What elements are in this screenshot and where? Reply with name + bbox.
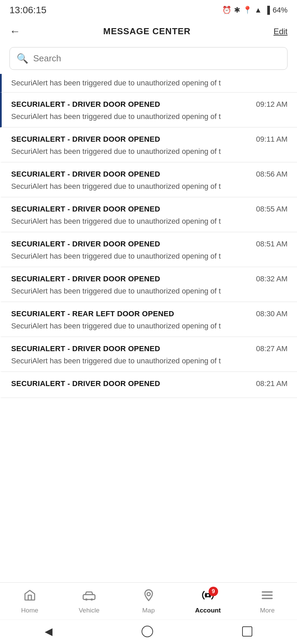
message-item[interactable]: SECURIALERT - DRIVER DOOR OPENED 09:11 A… (0, 127, 297, 162)
nav-label-vehicle: Vehicle (79, 607, 99, 614)
more-icon (261, 589, 274, 605)
alarm-icon: ⏰ (222, 6, 231, 15)
search-box: 🔍 (9, 47, 288, 70)
message-time: 08:21 AM (256, 379, 288, 388)
header: ← MESSAGE CENTER Edit (0, 19, 297, 44)
message-time: 09:12 AM (256, 100, 288, 109)
message-item[interactable]: SECURIALERT - DRIVER DOOR OPENED 08:21 A… (0, 372, 297, 398)
svg-point-1 (86, 599, 87, 600)
message-item[interactable]: SECURIALERT - DRIVER DOOR OPENED 08:27 A… (0, 337, 297, 372)
android-back-button[interactable]: ◀ (45, 625, 52, 637)
message-title: SECURIALERT - DRIVER DOOR OPENED (11, 344, 160, 353)
message-time: 08:56 AM (256, 170, 288, 179)
bluetooth-icon: ✱ (234, 6, 240, 15)
nav-label-more: More (260, 607, 275, 614)
message-item[interactable]: SECURIALERT - DRIVER DOOR OPENED 08:51 A… (0, 232, 297, 267)
location-icon: 📍 (243, 6, 252, 15)
message-body: SecuriAlert has been triggered due to un… (11, 357, 288, 365)
message-body: SecuriAlert has been triggered due to un… (11, 217, 288, 226)
status-time: 13:06:15 (9, 5, 46, 16)
message-title: SECURIALERT - DRIVER DOOR OPENED (11, 240, 160, 248)
message-time: 08:55 AM (256, 205, 288, 214)
nav-item-more[interactable]: More (238, 586, 297, 617)
status-bar: 13:06:15 ⏰ ✱ 📍 ▲ ▐ 64% (0, 0, 297, 19)
message-title: SECURIALERT - DRIVER DOOR OPENED (11, 379, 160, 388)
message-item[interactable]: SECURIALERT - DRIVER DOOR OPENED 08:32 A… (0, 267, 297, 302)
message-time: 08:30 AM (256, 309, 288, 318)
svg-point-2 (91, 599, 92, 600)
nav-label-map: Map (142, 607, 155, 614)
nav-item-vehicle[interactable]: Vehicle (59, 586, 119, 617)
nav-item-home[interactable]: Home (0, 586, 59, 617)
message-title: SECURIALERT - DRIVER DOOR OPENED (11, 275, 160, 283)
android-nav-bar: ◀ (0, 620, 297, 644)
nav-label-account: Account (195, 607, 221, 614)
status-icons: ⏰ ✱ 📍 ▲ ▐ 64% (222, 6, 288, 15)
message-title: SECURIALERT - REAR LEFT DOOR OPENED (11, 309, 174, 318)
edit-button[interactable]: Edit (274, 27, 288, 36)
battery-indicator: 64% (273, 6, 288, 15)
search-icon: 🔍 (17, 53, 28, 64)
map-icon (142, 589, 155, 605)
message-body: SecuriAlert has been triggered due to un… (11, 182, 288, 191)
message-time: 08:32 AM (256, 275, 288, 283)
vehicle-icon (83, 589, 96, 605)
message-title: SECURIALERT - DRIVER DOOR OPENED (11, 205, 160, 214)
svg-point-4 (206, 593, 210, 597)
svg-point-3 (147, 592, 150, 596)
message-body: SecuriAlert has been triggered due to un… (11, 322, 288, 330)
message-item[interactable]: SECURIALERT - DRIVER DOOR OPENED 08:56 A… (0, 162, 297, 197)
message-body: SecuriAlert has been triggered due to un… (11, 287, 288, 296)
nav-item-account[interactable]: 9 Account (178, 586, 237, 617)
message-body: SecuriAlert has been triggered due to un… (11, 112, 288, 121)
partial-top-item[interactable]: SecuriAlert has been triggered due to un… (0, 74, 297, 93)
nav-item-map[interactable]: Map (119, 586, 178, 617)
message-title: SECURIALERT - DRIVER DOOR OPENED (11, 100, 160, 109)
message-item[interactable]: SECURIALERT - DRIVER DOOR OPENED 09:12 A… (0, 93, 297, 127)
message-title: SECURIALERT - DRIVER DOOR OPENED (11, 170, 160, 179)
messages-container: SECURIALERT - DRIVER DOOR OPENED 09:12 A… (0, 93, 297, 398)
search-input[interactable] (33, 53, 280, 64)
message-list: SecuriAlert has been triggered due to un… (0, 74, 297, 582)
account-badge: 9 (209, 587, 218, 596)
message-body: SecuriAlert has been triggered due to un… (11, 147, 288, 156)
message-title: SECURIALERT - DRIVER DOOR OPENED (11, 135, 160, 144)
message-item[interactable]: SECURIALERT - DRIVER DOOR OPENED 08:55 A… (0, 197, 297, 232)
svg-rect-0 (83, 595, 95, 599)
wifi-icon: ▲ (255, 6, 262, 15)
back-button[interactable]: ← (9, 25, 20, 38)
message-time: 09:11 AM (256, 135, 288, 144)
android-home-button[interactable] (142, 626, 153, 637)
partial-top-body: SecuriAlert has been triggered due to un… (11, 79, 221, 87)
message-body: SecuriAlert has been triggered due to un… (11, 252, 288, 261)
bottom-nav: Home Vehicle Map 9 Acc (0, 582, 297, 620)
search-container: 🔍 (0, 44, 297, 74)
nav-label-home: Home (21, 607, 38, 614)
message-time: 08:51 AM (256, 240, 288, 248)
android-recents-button[interactable] (242, 626, 252, 637)
message-item[interactable]: SECURIALERT - REAR LEFT DOOR OPENED 08:3… (0, 302, 297, 337)
signal-icon: ▐ (264, 6, 270, 15)
home-icon (23, 589, 36, 605)
page-title: MESSAGE CENTER (103, 26, 191, 37)
message-time: 08:27 AM (256, 344, 288, 353)
